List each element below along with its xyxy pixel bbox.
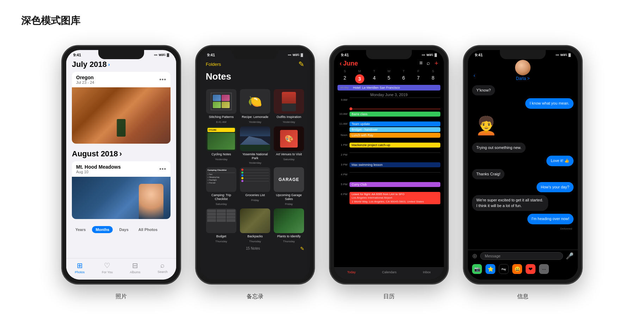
msg-input-left-icons: ⊕	[472, 252, 477, 260]
backpacks-img	[240, 208, 270, 233]
cal-event-max[interactable]: Max swimming lesson	[349, 162, 440, 167]
patch-3	[213, 102, 221, 108]
status-time-messages: 9:41	[475, 53, 483, 57]
msg-row-excited: We're super excited to get it all starte…	[472, 195, 574, 211]
photos-tab-days[interactable]: Days	[116, 226, 132, 233]
msg-delivered-label: Delivered	[472, 227, 574, 230]
note-item-lemon[interactable]: 🍋 Recipe: Lemonade Yesterday	[240, 89, 271, 124]
note-item-plants[interactable]: Plants to Identify Thursday	[273, 208, 304, 243]
cal-date-8[interactable]: 8	[426, 74, 440, 83]
bottom-tab-albums[interactable]: ⊟ Albums	[130, 261, 141, 274]
aug-chevron-icon[interactable]: ›	[119, 149, 122, 158]
msg-app-animoji-icon[interactable]: 😀	[512, 264, 522, 274]
photos-month-chevron-icon[interactable]: ›	[108, 62, 110, 67]
status-icons-messages: ▪▪▪ WiFi ▓	[556, 53, 571, 57]
photo-card-more-icon[interactable]: •••	[159, 76, 166, 83]
note-item-stitching[interactable]: Stitching Patterns 8:41 AM	[206, 89, 237, 124]
note-item-cycling[interactable]: CYCLING Cycling Notes Yesterday	[206, 126, 237, 165]
cal-back-icon[interactable]: ‹	[340, 60, 342, 67]
groc-item-2	[241, 171, 269, 174]
cal-date-6[interactable]: 6	[396, 74, 411, 83]
msg-app-camera-icon[interactable]: 📷	[472, 264, 482, 274]
cal-event-bridget[interactable]: Bridget - handover	[349, 127, 440, 132]
note-item-camping[interactable]: Camping Checklist □ Tent □ Sleeping bag …	[206, 167, 237, 206]
note-thumbnail-cycling: CYCLING	[206, 126, 236, 151]
cal-timeline: 9 AM 10 AM Barre class	[334, 98, 444, 205]
cal-tab-today[interactable]: Today	[347, 270, 355, 274]
cal-tab-calendars[interactable]: Calendars	[382, 270, 396, 274]
groc-dot-2	[241, 171, 243, 174]
cal-add-icon[interactable]: +	[434, 60, 438, 67]
cal-events-6pm: Leave for flight: AA 6095 from LAX to SF…	[349, 192, 440, 205]
groc-line-2	[244, 173, 269, 173]
note-date-artvenues: Saturday	[283, 158, 295, 161]
cal-day-t1: T	[367, 69, 382, 73]
msg-contact-name[interactable]: Darla >	[516, 76, 530, 81]
cal-event-mackenzie[interactable]: Mackenzie project catch-up	[349, 143, 440, 148]
cal-time-6pm: 6 PM	[338, 192, 347, 196]
photos-tab-months[interactable]: Months	[92, 226, 113, 233]
msg-app-stickers-icon[interactable]: ⭐	[485, 264, 495, 274]
bottom-tab-foryou[interactable]: ♡ For You	[102, 261, 113, 274]
msg-camera-icon[interactable]: ⊕	[472, 252, 477, 260]
cal-events-noon: Lunch with Ray	[349, 133, 440, 138]
outfit-inner	[282, 92, 296, 111]
photos-tab-years[interactable]: Years	[72, 226, 89, 233]
cal-date-4[interactable]: 4	[367, 74, 382, 83]
bottom-tab-photos[interactable]: ⊞ Photos	[75, 261, 85, 274]
note-label-backpacks: Backpacks	[247, 235, 263, 238]
cal-date-2[interactable]: 2	[338, 74, 352, 83]
cal-date-7[interactable]: 7	[411, 74, 426, 83]
groc-dot-4	[241, 177, 243, 179]
note-date-backpacks: Thursday	[249, 240, 261, 243]
note-item-backpacks[interactable]: Backpacks Thursday	[240, 208, 271, 243]
cal-day-m: M	[352, 69, 367, 73]
cal-event-barre[interactable]: Barre class	[349, 112, 440, 117]
note-item-artvenues[interactable]: 🎨 Art Venues to Visit Saturday	[273, 126, 304, 165]
cal-date-3-today[interactable]: 3	[355, 74, 364, 83]
msg-app-pay-icon[interactable]: Pay	[499, 264, 509, 274]
cal-event-curry[interactable]: Curry Club	[349, 182, 440, 187]
cal-event-lunch[interactable]: Lunch with Ray	[349, 133, 440, 138]
budget-row-4	[207, 219, 235, 222]
note-item-garage[interactable]: GARAGE Upcoming Garage Sales Friday	[273, 167, 304, 206]
note-item-budget[interactable]: Budget Thursday	[206, 208, 237, 243]
plants-img	[274, 208, 304, 233]
msg-input-area: ⊕ Message 🎤	[468, 250, 578, 262]
msg-input-field[interactable]: Message	[480, 252, 563, 260]
cal-tab-inbox[interactable]: Inbox	[423, 270, 431, 274]
photo-card-2[interactable]: Mt. Hood Meadows Aug 10 •••	[72, 161, 171, 219]
photo-card-1[interactable]: Oregon Jul 23 - 24 •••	[72, 72, 171, 144]
groc-item-5	[241, 180, 269, 182]
note-item-yosemite[interactable]: Yosemite National Park Yesterday	[240, 126, 271, 165]
cal-all-day-event[interactable]: all-day Hotel: Le Meridien San Francisco	[338, 85, 440, 90]
bottom-tab-search[interactable]: ⌕ Search	[157, 261, 168, 274]
cal-slot-3pm: 3 PM Max swimming lesson	[338, 162, 440, 172]
note-thumbnail-plants	[274, 208, 304, 233]
cal-date-5[interactable]: 5	[382, 74, 396, 83]
msg-row-trying: Trying out something new.	[472, 143, 574, 153]
msg-row-yknow: Y'know?	[472, 85, 574, 95]
notes-edit-icon[interactable]: ✎	[300, 246, 304, 251]
msg-app-more-icon[interactable]: ···	[539, 264, 549, 274]
notes-header: Folders ✎ Notes	[200, 58, 310, 89]
notes-compose-icon[interactable]: ✎	[298, 60, 304, 68]
phone-notes-label: 备忘录	[247, 293, 264, 300]
cal-search-icon[interactable]: ⌕	[427, 60, 430, 67]
cal-event-team[interactable]: Team update	[349, 121, 440, 126]
msg-back-icon[interactable]: ‹	[473, 73, 475, 78]
note-item-groceries[interactable]: Groceries List Friday	[240, 167, 271, 206]
cal-event-flight[interactable]: Leave for flight: AA 6095 from LAX to SF…	[349, 192, 440, 204]
msg-app-heart-icon[interactable]: ❤	[526, 264, 535, 274]
notes-back-folders[interactable]: Folders	[206, 62, 221, 67]
battery-icon-c: ▓	[434, 53, 437, 57]
photos-tab-all[interactable]: All Photos	[135, 226, 161, 233]
groc-line-4	[244, 178, 269, 179]
cal-now-indicator	[349, 107, 440, 110]
note-item-outfit[interactable]: Outfits Inspiration Yesterday	[273, 89, 304, 124]
cal-day-full: Monday June 3, 2019	[334, 91, 444, 98]
msg-mic-icon[interactable]: 🎤	[566, 252, 574, 260]
cal-menu-icon[interactable]: ≡	[419, 60, 422, 67]
signal-icon-n: ▪▪▪	[288, 53, 291, 57]
photo-card-more-icon-2[interactable]: •••	[159, 166, 166, 172]
